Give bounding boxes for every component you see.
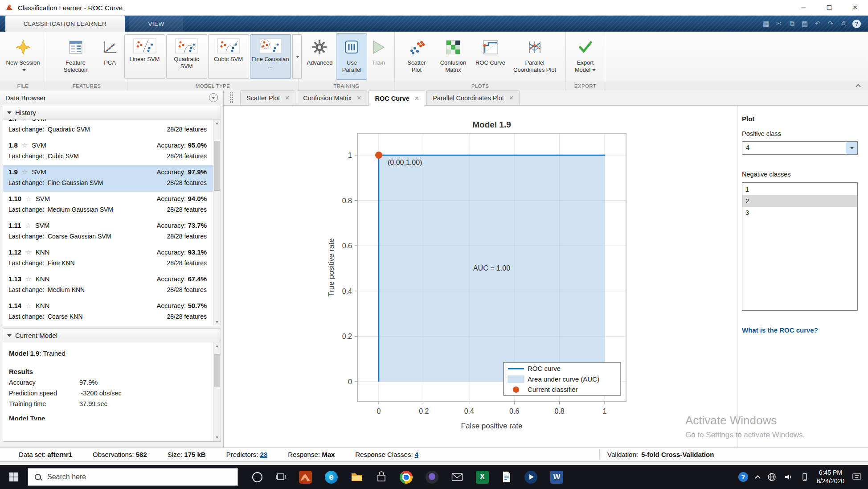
history-item[interactable]: 1.11☆SVMAccuracy: 73.7%Last change: Coar… [3,218,213,245]
excel-icon[interactable]: X [476,471,489,484]
media-player-icon[interactable] [524,471,537,484]
confusion-matrix-button[interactable]: Confusion Matrix [434,33,472,80]
paste-icon[interactable]: ▤ [801,20,809,28]
cut-icon[interactable]: ✂ [775,20,783,28]
model-quadratic-svm-button[interactable]: Quadratic SVM [166,34,207,79]
network-globe-icon[interactable] [767,473,776,481]
browser-icon[interactable] [426,471,438,484]
start-button[interactable] [0,465,28,489]
word-icon[interactable]: W [550,471,563,484]
document-tab-roc-curve[interactable]: ROC Curve× [368,90,425,106]
history-item[interactable]: 1.9☆SVMAccuracy: 97.9%Last change: Fine … [3,165,213,192]
roc-help-link[interactable]: What is the ROC curve? [742,326,818,334]
print-icon[interactable]: ⎙ [839,20,848,28]
history-scrollbar[interactable]: ▲ ▼ [213,119,221,326]
close-icon[interactable]: × [509,94,513,102]
taskbar-clock[interactable]: 6:45 PM 6/24/2020 [817,468,844,485]
tab-classification-learner[interactable]: CLASSIFICATION LEARNER [5,16,125,32]
history-item[interactable]: 1.12☆KNNAccuracy: 93.1%Last change: Fine… [3,245,213,272]
scroll-up-icon[interactable]: ▲ [213,342,221,350]
matlab-icon[interactable] [299,471,312,484]
scroll-up-icon[interactable]: ▲ [213,119,221,127]
scroll-down-icon[interactable]: ▼ [213,318,221,326]
negative-classes-list[interactable]: 123 [742,182,858,311]
chevron-down-icon[interactable] [846,142,857,154]
export-model-button[interactable]: Export Model [570,33,601,80]
tab-view[interactable]: VIEW [129,16,183,32]
mail-icon[interactable] [451,473,463,481]
save-icon[interactable]: ▦ [762,20,770,28]
close-icon[interactable]: × [285,94,289,102]
history-item[interactable]: 1.10☆SVMAccuracy: 94.0%Last change: Medi… [3,192,213,218]
scroll-thumb[interactable] [214,141,220,191]
negative-class-item[interactable]: 2 [742,195,857,207]
scroll-down-icon[interactable]: ▼ [213,434,221,441]
model-cubic-svm-button[interactable]: Cubic SVM [208,34,249,79]
close-icon[interactable]: × [357,94,361,102]
favorite-star-icon[interactable]: ☆ [25,195,31,203]
pca-button[interactable]: PCA [99,33,121,80]
volume-icon[interactable] [784,473,793,481]
document-tab-scatter-plot[interactable]: Scatter Plot× [240,90,295,105]
roc-curve-document: 00.20.40.60.8100.20.40.60.81Model 1.9Fal… [224,106,868,447]
file-explorer-icon[interactable] [351,472,363,482]
parallel-coordinates-button[interactable]: Parallel Coordinates Plot [509,33,561,80]
advanced-button[interactable]: Advanced [304,33,336,80]
favorite-star-icon[interactable]: ☆ [25,222,31,230]
favorite-star-icon[interactable]: ☆ [25,275,31,283]
help-notification-icon[interactable]: ? [738,472,748,482]
model-fine-gaussian-svm-button[interactable]: Fine Gaussian ... [250,34,291,79]
current-model-scrollbar[interactable]: ▲ ▼ [213,342,221,441]
copy-icon[interactable]: ⧉ [788,20,796,28]
phone-icon[interactable] [800,473,809,481]
maximize-button[interactable]: □ [816,0,842,15]
model-linear-svm-button[interactable]: Linear SVM [124,34,165,79]
taskbar-search[interactable]: Search here [28,468,238,486]
scatter-plot-button[interactable]: Scatter Plot [400,33,434,80]
action-center-icon[interactable] [852,473,862,481]
negative-class-item[interactable]: 3 [742,207,857,218]
history-item[interactable]: 1.13☆KNNAccuracy: 67.4%Last change: Medi… [3,272,213,299]
document-app-icon[interactable] [502,471,512,483]
current-model-section-header[interactable]: Current Model [3,329,221,342]
favorite-star-icon[interactable]: ☆ [25,302,31,310]
scroll-thumb[interactable] [214,354,220,387]
model-id: 1.7 [8,119,18,122]
negative-class-item[interactable]: 1 [742,184,857,195]
chrome-icon[interactable] [400,471,413,484]
history-item[interactable]: 1.7☆SVMLast change: Quadratic SVM28/28 f… [3,119,213,138]
document-tab-parallel-coordinates-plot[interactable]: Parallel Coordinates Plot× [426,90,520,105]
collapse-ribbon-icon[interactable] [856,84,860,89]
status-link-value[interactable]: 28 [260,451,268,458]
edge-icon[interactable]: e [325,471,338,484]
document-tab-confusion-matrix[interactable]: Confusion Matrix× [297,90,367,105]
favorite-star-icon[interactable]: ☆ [22,141,28,149]
help-icon[interactable]: ? [852,20,861,28]
panel-splitter-grip[interactable] [230,92,233,103]
redo-icon[interactable]: ↷ [827,20,835,28]
status-link-value[interactable]: 4 [415,451,418,458]
task-view-icon[interactable] [275,472,286,482]
use-parallel-button[interactable]: Use Parallel [336,33,367,80]
favorite-star-icon[interactable]: ☆ [25,248,31,256]
new-session-button[interactable]: New Session [2,33,44,80]
close-button[interactable]: × [842,0,868,15]
train-button[interactable]: Train [368,33,389,80]
positive-class-select[interactable]: 4 [742,141,858,155]
cortana-icon[interactable] [252,472,262,482]
data-browser-menu-icon[interactable] [209,93,218,102]
history-item[interactable]: 1.8☆SVMAccuracy: 95.0%Last change: Cubic… [3,138,213,165]
close-icon[interactable]: × [415,95,419,103]
microsoft-store-icon[interactable] [376,471,387,483]
history-item[interactable]: 1.14☆KNNAccuracy: 50.7%Last change: Coar… [3,299,213,325]
windows-logo-icon [9,472,19,482]
undo-icon[interactable]: ↶ [814,20,822,28]
history-section-header[interactable]: History [3,106,221,119]
tray-expand-icon[interactable] [755,475,761,481]
roc-curve-button[interactable]: ROC Curve [473,33,508,80]
minimize-button[interactable]: – [790,0,816,15]
svg-text:0.2: 0.2 [419,407,429,415]
feature-selection-button[interactable]: Feature Selection [53,33,98,80]
favorite-star-icon[interactable]: ☆ [22,168,28,176]
favorite-star-icon[interactable]: ☆ [22,119,28,123]
